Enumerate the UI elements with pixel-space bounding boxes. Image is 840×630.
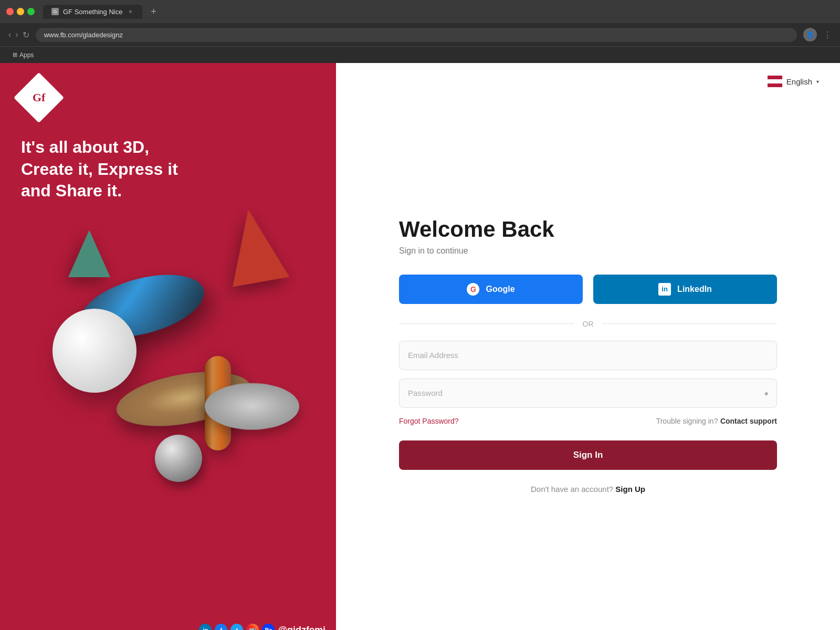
google-button-label: Google bbox=[486, 285, 514, 294]
refresh-button[interactable]: ↻ bbox=[23, 30, 29, 40]
linkedin-icon: in bbox=[658, 283, 671, 296]
linkedin-button-label: LinkedIn bbox=[677, 285, 712, 294]
login-form: Welcome Back Sign in to continue G Googl… bbox=[336, 63, 840, 630]
divider-text: OR bbox=[583, 320, 594, 328]
objects-container bbox=[0, 209, 336, 630]
signup-link[interactable]: Sign Up bbox=[615, 485, 645, 494]
password-input[interactable] bbox=[399, 379, 777, 408]
contact-support-link[interactable]: Contact support bbox=[720, 417, 777, 425]
apps-icon: ⊞ bbox=[13, 51, 17, 58]
trouble-text: Trouble signing in? bbox=[656, 417, 718, 425]
red-cone-object bbox=[220, 205, 290, 287]
language-label: English bbox=[786, 77, 812, 86]
divider-line-right bbox=[602, 323, 778, 324]
language-icon bbox=[768, 76, 782, 87]
minimize-button[interactable] bbox=[17, 8, 24, 15]
google-login-button[interactable]: G Google bbox=[399, 275, 583, 304]
language-selector[interactable]: English ▾ bbox=[768, 76, 819, 87]
tab-bar: G GF Something Nice × + bbox=[0, 0, 840, 23]
social-login-buttons: G Google in LinkedIn bbox=[399, 275, 777, 304]
linkedin-icon[interactable]: in bbox=[199, 624, 212, 630]
logo-diamond: Gf bbox=[14, 72, 64, 123]
form-links: Forgot Password? Trouble signing in? Con… bbox=[399, 416, 777, 426]
signup-text: Don't have an account? Sign Up bbox=[399, 485, 777, 494]
gray-disc-object bbox=[204, 383, 301, 430]
main-content: Gf It's all about 3D,Create it, Express … bbox=[0, 63, 840, 630]
behance-icon[interactable]: Be bbox=[262, 624, 275, 630]
no-account-text: Don't have an account? bbox=[531, 485, 613, 494]
social-footer: in f t 📷 Be @gidzfemi bbox=[199, 624, 326, 630]
apps-label: Apps bbox=[19, 51, 34, 59]
back-button[interactable]: ‹ bbox=[8, 30, 11, 40]
divider-line-left bbox=[399, 323, 574, 324]
white-sphere-object bbox=[52, 309, 136, 393]
address-bar: ‹ › ↻ 👤 ⋮ bbox=[0, 23, 840, 46]
new-tab-button[interactable]: + bbox=[146, 5, 160, 18]
password-wrapper: ● bbox=[399, 379, 777, 408]
forgot-password-link[interactable]: Forgot Password? bbox=[399, 417, 459, 425]
nav-buttons: ‹ › ↻ bbox=[8, 30, 29, 40]
logo-container: Gf bbox=[21, 80, 57, 116]
svg-rect-1 bbox=[768, 79, 782, 83]
chevron-down-icon: ▾ bbox=[816, 79, 819, 85]
twitter-icon[interactable]: t bbox=[230, 624, 243, 630]
svg-rect-2 bbox=[768, 83, 782, 87]
green-cone-object bbox=[68, 230, 110, 277]
browser-chrome: G GF Something Nice × + ‹ › ↻ 👤 ⋮ bbox=[0, 0, 840, 46]
close-button[interactable] bbox=[6, 8, 14, 15]
maximize-button[interactable] bbox=[27, 8, 35, 15]
active-tab[interactable]: G GF Something Nice × bbox=[43, 5, 142, 19]
logo-text: Gf bbox=[33, 91, 45, 104]
silver-sphere-object bbox=[155, 435, 202, 482]
or-divider: OR bbox=[399, 320, 777, 328]
social-handle: @gidzfemi bbox=[278, 625, 326, 631]
bookmark-apps[interactable]: ⊞ Apps bbox=[8, 50, 38, 60]
email-input[interactable] bbox=[399, 341, 777, 370]
google-icon: G bbox=[467, 283, 479, 296]
forward-button[interactable]: › bbox=[15, 30, 18, 40]
password-toggle-icon[interactable]: ● bbox=[764, 389, 769, 397]
svg-rect-0 bbox=[768, 76, 782, 79]
bookmarks-bar: ⊞ Apps bbox=[0, 46, 840, 63]
address-input[interactable] bbox=[36, 28, 797, 42]
tagline: It's all about 3D,Create it, Express ita… bbox=[21, 136, 178, 202]
welcome-title: Welcome Back bbox=[399, 217, 554, 242]
window-controls bbox=[6, 8, 35, 15]
menu-icon[interactable]: ⋮ bbox=[823, 30, 832, 40]
instagram-icon[interactable]: 📷 bbox=[246, 624, 259, 630]
browser-actions: 👤 ⋮ bbox=[803, 28, 832, 41]
signin-button[interactable]: Sign In bbox=[399, 440, 777, 470]
user-avatar[interactable]: 👤 bbox=[803, 28, 817, 41]
tab-close-icon[interactable]: × bbox=[127, 8, 134, 15]
left-panel: Gf It's all about 3D,Create it, Express … bbox=[0, 63, 336, 630]
welcome-subtitle: Sign in to continue bbox=[399, 246, 468, 256]
linkedin-login-button[interactable]: in LinkedIn bbox=[593, 275, 777, 304]
facebook-icon[interactable]: f bbox=[215, 624, 227, 630]
tab-title: GF Something Nice bbox=[63, 8, 122, 16]
tab-favicon: G bbox=[51, 8, 59, 15]
right-panel: English ▾ Welcome Back Sign in to contin… bbox=[336, 63, 840, 630]
